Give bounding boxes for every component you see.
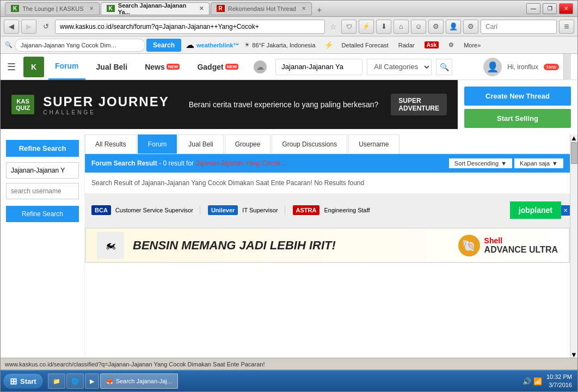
scrollbar[interactable]	[563, 54, 571, 80]
tab-forum[interactable]: Forum	[138, 134, 177, 154]
window-controls: — ❐ ✕	[526, 3, 573, 14]
start-button[interactable]: ⊞ Start	[3, 373, 44, 389]
system-clock: 10:32 PM 3/7/2016	[546, 373, 572, 390]
bookmarks-search-bar[interactable]: Jajanan-Jajanan Yang Cocok Dimakan Saat …	[15, 39, 145, 52]
avatar[interactable]: 👤	[483, 58, 502, 76]
banner-body-text: Berani cerita travel experience lo yang …	[189, 100, 379, 109]
flash-bookmark-icon: ⚡	[324, 41, 333, 49]
results-query: Jajanan-Jajanan Yang Cocok ...	[195, 160, 287, 167]
title-bar: K The Lounge | KASKUS ✕ K Search Jajanan…	[1, 1, 577, 17]
forward-button[interactable]: ▶	[21, 20, 36, 34]
nav-search-input[interactable]	[275, 59, 362, 75]
username-input[interactable]	[6, 183, 79, 199]
nav-gadget[interactable]: Gadget NEW	[190, 54, 245, 80]
url-input[interactable]	[55, 20, 325, 34]
tools-icon[interactable]: ⚙	[463, 20, 478, 34]
unilever-job-title: IT Supervisor	[242, 207, 278, 213]
search-area: Refine Search Refine Search All Results …	[1, 134, 577, 358]
firefox-icon: 🦊	[106, 378, 114, 385]
home-icon[interactable]: ⌂	[393, 20, 409, 34]
tab-rekomendasi[interactable]: R Rekomendasi Hot Thread ✕	[211, 2, 312, 15]
jobplanet-ad[interactable]: jobplanet	[510, 201, 561, 219]
ask-icon-item[interactable]: Ask	[420, 39, 443, 52]
scroll-up-icon[interactable]: ▲	[570, 134, 577, 141]
kapan-chevron-icon: ▼	[552, 160, 558, 167]
search-button[interactable]: Search	[146, 39, 181, 52]
profile-icon: 👤	[446, 20, 461, 34]
forecast-label: Detailed Forecast	[342, 42, 389, 48]
ie-icon: 🌐	[71, 378, 79, 385]
taskbar-item-ie[interactable]: 🌐	[66, 373, 84, 389]
tab-groupee[interactable]: Groupee	[225, 134, 271, 154]
browser-search-input[interactable]	[481, 20, 557, 34]
category-select[interactable]: All Categories	[367, 59, 432, 75]
scroll-down-icon[interactable]: ▼	[570, 351, 577, 358]
results-count-text: - 0 result for	[159, 160, 194, 167]
nav-jual-beli[interactable]: Jual Beli	[90, 54, 134, 80]
bca-job-title: Customer Service Supervisor	[115, 207, 193, 213]
taskbar-item-firefox[interactable]: 🦊 Search Jajanan-Jaj...	[100, 373, 178, 389]
nav-forum[interactable]: Forum	[48, 54, 85, 80]
taskbar-items: 📁 🌐 ▶ 🦊 Search Jajanan-Jaj...	[48, 373, 522, 389]
kapan-button[interactable]: Kapan saja ▼	[514, 158, 563, 168]
menu-button[interactable]: ≡	[559, 20, 574, 34]
sort-button[interactable]: Sort Descending ▼	[449, 158, 512, 168]
minimize-button[interactable]: —	[526, 3, 540, 14]
no-results-message: Search Result of Jajanan-Jajanan Yang Co…	[85, 173, 570, 194]
close-icon[interactable]: ✕	[89, 5, 94, 11]
settings-icon[interactable]: ⚙	[428, 20, 444, 34]
maximize-button[interactable]: ❐	[543, 3, 557, 14]
back-button[interactable]: ◀	[4, 20, 19, 34]
banner-subtitle: CHALLENGE	[43, 109, 169, 115]
results-tabs: All Results Forum Jual Beli Groupee Grou…	[85, 134, 570, 154]
settings-bookmark-item[interactable]: ⚙	[444, 39, 458, 52]
shell-logo-icon: 🐚	[458, 235, 480, 256]
network-icon[interactable]: 📶	[533, 377, 542, 385]
create-thread-button[interactable]: Create New Thread	[464, 87, 571, 106]
shell-content: 🐚 Shell ADVANCE ULTRA	[458, 235, 558, 256]
taskbar-item-media[interactable]: ▶	[85, 373, 99, 389]
tab-all-results[interactable]: All Results	[85, 134, 137, 154]
close-icon[interactable]: ✕	[302, 5, 306, 11]
more-button[interactable]: More»	[459, 39, 485, 52]
tab-group-discussions[interactable]: Group Discussions	[272, 134, 347, 154]
job-ad-banner[interactable]: BCA Customer Service Supervisor Unilever…	[85, 194, 570, 226]
taskbar-item-folder[interactable]: 📁	[48, 373, 65, 389]
temp-label: 86°F Jakarta, Indonesia	[252, 42, 315, 48]
refine-search-button[interactable]: Refine Search	[6, 206, 79, 222]
weather-temp-item[interactable]: ☀ 86°F Jakarta, Indonesia	[240, 39, 319, 52]
hamburger-menu-icon[interactable]: ☰	[7, 61, 16, 73]
news-badge: NEW	[167, 64, 180, 70]
download-icon[interactable]: ⬇	[376, 20, 391, 34]
tab-jual-beli[interactable]: Jual Beli	[178, 134, 223, 154]
tab-username[interactable]: Username	[348, 134, 399, 154]
shell-text: Shell ADVANCE ULTRA	[484, 236, 558, 255]
cloud-icon: ☁	[186, 40, 194, 50]
tab-label: Rekomendasi Hot Thread	[228, 5, 296, 12]
radar-item[interactable]: Radar	[394, 39, 419, 52]
keyword-input[interactable]	[6, 162, 79, 179]
results-scrollbar[interactable]: ▲ ▼	[570, 134, 577, 358]
shield-icon: 🛡	[341, 20, 356, 34]
nav-news[interactable]: News NEW	[138, 54, 186, 80]
sort-controls: Sort Descending ▼ Kapan saja ▼	[449, 158, 563, 168]
tab-the-lounge[interactable]: K The Lounge | KASKUS ✕	[5, 2, 100, 15]
ad-close-icon[interactable]: ✕	[561, 205, 570, 216]
speaker-icon[interactable]: 🔊	[522, 377, 531, 385]
bensin-text: BENSIN MEMANG JADI LEBIH IRIT!	[133, 238, 336, 253]
close-icon[interactable]: ✕	[199, 5, 204, 11]
detailed-forecast-item[interactable]: Detailed Forecast	[337, 39, 393, 52]
system-tray-icons: 🔊 📶	[522, 377, 542, 385]
refresh-button[interactable]: ↺	[39, 20, 53, 34]
new-tab-button[interactable]: +	[313, 4, 326, 15]
search-bookmark: 🔍 Jajanan-Jajanan Yang Cocok Dimakan Saa…	[5, 39, 145, 52]
media-icon: ▶	[90, 378, 94, 385]
close-window-button[interactable]: ✕	[559, 3, 573, 14]
nav-search-button[interactable]: 🔍	[436, 59, 452, 75]
start-selling-button[interactable]: Start Selling	[464, 109, 571, 128]
scrollbar-thumb[interactable]	[571, 142, 577, 164]
bookmark-star-icon[interactable]: ☆	[327, 21, 339, 33]
kaskus-logo[interactable]: K	[23, 57, 44, 77]
kas-quiz-icon: KASQUIZ	[11, 95, 34, 114]
tab-search[interactable]: K Search Jajanan-Jajanan Ya... ✕	[101, 2, 210, 15]
